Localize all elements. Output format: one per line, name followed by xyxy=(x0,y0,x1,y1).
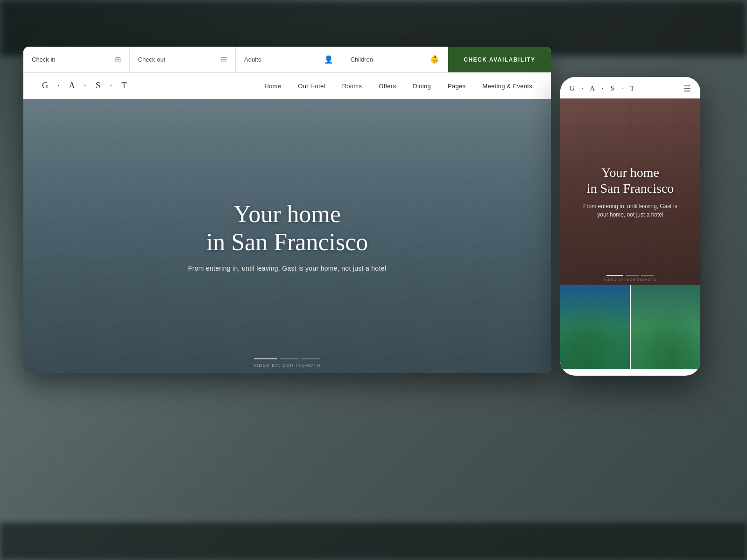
mobile-menu-icon[interactable]: ☰ xyxy=(684,84,691,94)
progress-active xyxy=(254,358,277,359)
nav-link-dining[interactable]: Dining xyxy=(413,83,431,90)
check-out-field[interactable]: Check out ⊞ xyxy=(130,47,236,72)
hero-progress xyxy=(254,358,320,359)
mobile-hero-title: Your homein San Francisco xyxy=(583,165,677,196)
check-availability-button[interactable]: CHECK AVAILABILITY xyxy=(448,47,551,72)
nav-links: Home Our Hotel Rooms Offers Dining Pages… xyxy=(264,82,532,90)
calendar-icon-2: ⊞ xyxy=(221,55,227,64)
child-icon: 👶 xyxy=(430,55,439,64)
hero-section: Your homein San Francisco From entering … xyxy=(23,99,551,373)
nav-link-ourhotel[interactable]: Our Hotel xyxy=(298,83,325,90)
adults-field[interactable]: Adults 👤 xyxy=(236,47,342,72)
nav-item-ourhotel[interactable]: Our Hotel xyxy=(298,82,325,90)
nav-item-pages[interactable]: Pages xyxy=(448,82,465,90)
children-field[interactable]: Children 👶 xyxy=(342,47,449,72)
navbar: G · A · S · T Home Our Hotel Rooms Offer… xyxy=(23,73,551,99)
mobile-thumb-2[interactable] xyxy=(631,285,700,369)
mobile-progress xyxy=(606,275,654,276)
mobile-progress-dot-1 xyxy=(626,275,639,276)
pool-image-2 xyxy=(631,285,700,369)
progress-dot-1 xyxy=(280,358,299,359)
nav-link-events[interactable]: Meeting & Events xyxy=(482,83,532,90)
nav-link-offers[interactable]: Offers xyxy=(379,83,396,90)
nav-link-home[interactable]: Home xyxy=(264,83,281,90)
hero-title: Your homein San Francisco xyxy=(188,200,386,256)
check-in-field[interactable]: Check in ⊞ xyxy=(23,47,130,72)
mobile-thumbnails xyxy=(560,285,700,369)
nav-link-pages[interactable]: Pages xyxy=(448,83,465,90)
mobile-hero-section: Your homein San Francisco From entering … xyxy=(560,98,700,285)
hero-content: Your homein San Francisco From entering … xyxy=(169,200,405,272)
hero-subtitle: From entering in, until leaving, Gast is… xyxy=(188,265,386,272)
desktop-mockup: Check in ⊞ Check out ⊞ Adults 👤 Children… xyxy=(23,47,551,373)
nav-item-dining[interactable]: Dining xyxy=(413,82,431,90)
check-out-label: Check out xyxy=(138,56,166,63)
nav-item-events[interactable]: Meeting & Events xyxy=(482,82,532,90)
booking-bar: Check in ⊞ Check out ⊞ Adults 👤 Children… xyxy=(23,47,551,73)
nav-item-offers[interactable]: Offers xyxy=(379,82,396,90)
mobile-nav: G · A · S · T ☰ xyxy=(560,77,700,98)
calendar-icon: ⊞ xyxy=(115,55,121,64)
adults-label: Adults xyxy=(244,56,261,63)
nav-item-rooms[interactable]: Rooms xyxy=(342,82,362,90)
person-icon: 👤 xyxy=(324,55,333,64)
mobile-logo: G · A · S · T xyxy=(570,85,637,92)
mobile-thumb-1[interactable] xyxy=(560,285,631,369)
mobile-hero-subtitle: From entering in, until leaving, Gast is… xyxy=(583,202,677,219)
bg-blur-bottom xyxy=(0,523,747,560)
check-in-label: Check in xyxy=(32,56,56,63)
nav-item-home[interactable]: Home xyxy=(264,82,281,90)
mobile-mockup: G · A · S · T ☰ Your homein San Francisc… xyxy=(560,77,700,376)
nav-link-rooms[interactable]: Rooms xyxy=(342,83,362,90)
mobile-video-credit: VIDEO BY: DOH IROMOTO xyxy=(604,278,657,281)
logo: G · A · S · T xyxy=(42,81,130,91)
mobile-progress-dot-2 xyxy=(641,275,654,276)
nav: Home Our Hotel Rooms Offers Dining Pages… xyxy=(264,82,532,90)
pool-image-1 xyxy=(560,285,630,369)
mobile-hero-content: Your homein San Francisco From entering … xyxy=(572,165,688,218)
video-credit: VIDEO BY: DOH IROMOTO xyxy=(254,363,321,368)
progress-dot-2 xyxy=(302,358,320,359)
children-label: Children xyxy=(351,56,373,63)
mobile-progress-active xyxy=(606,275,623,276)
